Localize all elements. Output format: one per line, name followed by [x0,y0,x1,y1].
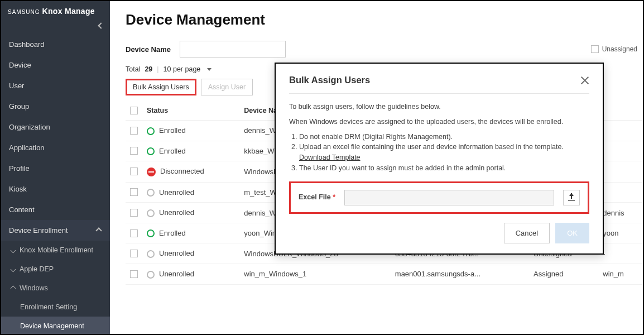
download-template-link[interactable]: Download Template [299,154,361,161]
status-icon [147,147,155,155]
bulk-assign-modal: Bulk Assign Users To bulk assign users, … [275,63,604,255]
upload-button[interactable] [563,190,580,205]
device-name-label: Device Name [126,45,171,54]
page-title: Device Management [126,11,643,28]
device-name-input[interactable] [180,41,286,58]
modal-title: Bulk Assign Users [289,75,370,85]
modal-step-1: Do not enable DRM (Digital Rights Manage… [299,132,589,142]
nav-group[interactable]: Group [1,96,110,117]
status-icon [147,271,155,279]
sidebar: SAMSUNGKnox Manage Dashboard Device User… [1,1,110,334]
cancel-button[interactable]: Cancel [504,223,550,244]
nav-device[interactable]: Device [1,55,110,75]
filter-bar: Device Name Unassigned [126,41,643,58]
status-icon [147,250,155,258]
nav-dashboard[interactable]: Dashboard [1,34,110,55]
chevron-down-icon [11,266,16,272]
nav-user[interactable]: User [1,75,110,96]
row-checkbox[interactable] [130,127,138,135]
status-icon [147,127,155,135]
select-all-checkbox[interactable] [130,107,138,114]
modal-step-2: Upload an excel file containing the user… [299,142,589,163]
table-row[interactable]: Unenrolledwin_m_Windows_1maen001.samsung… [126,264,643,284]
chevron-up-icon [11,285,16,291]
assign-user-button[interactable]: Assign User [201,79,253,95]
modal-step-3: The User ID you want to assign must be a… [299,163,589,174]
row-checkbox[interactable] [130,168,138,175]
row-checkbox[interactable] [130,209,138,217]
nav-apple-dep[interactable]: Apple DEP [1,260,110,279]
row-checkbox[interactable] [130,229,138,237]
status-icon [147,189,155,197]
chevron-down-icon [11,247,16,253]
chevron-down-icon [207,68,212,71]
unassigned-label: Unassigned [602,45,637,53]
chevron-up-icon [95,227,102,233]
nav-profile[interactable]: Profile [1,158,110,179]
status-icon [147,168,156,176]
row-checkbox[interactable] [130,270,138,278]
modal-lead-2: When Windows devices are assigned to the… [289,117,589,127]
nav-device-enrollment[interactable]: Device Enrollment [1,220,110,241]
nav-content[interactable]: Content [1,199,110,220]
status-icon [147,229,155,237]
nav-enrollment-setting[interactable]: Enrollment Setting [1,298,110,317]
nav-kme[interactable]: Knox Mobile Enrollment [1,241,110,260]
status-icon [147,209,155,217]
nav-device-management[interactable]: Device Management [1,317,110,335]
row-checkbox[interactable] [130,250,138,257]
ok-button[interactable]: OK [555,223,589,244]
brand-logo: SAMSUNGKnox Manage [1,1,110,19]
bulk-assign-users-button[interactable]: Bulk Assign Users [126,79,196,95]
chevron-left-icon [98,22,104,28]
excel-file-label: Excel File * [299,192,335,203]
nav-kiosk[interactable]: Kiosk [1,179,110,199]
excel-file-input[interactable] [344,190,554,205]
nav-organization[interactable]: Organization [1,117,110,137]
nav-application[interactable]: Application [1,137,110,158]
sidebar-collapse[interactable] [1,19,110,34]
excel-file-row: Excel File * [289,181,589,214]
upload-icon [568,194,575,201]
col-status[interactable]: Status [142,101,239,121]
row-checkbox[interactable] [130,188,138,196]
per-page-select[interactable]: 10 per page [164,65,201,73]
modal-lead-1: To bulk assign users, follow the guideli… [289,102,589,112]
unassigned-checkbox[interactable] [591,45,599,53]
row-checkbox[interactable] [130,147,138,155]
nav-windows[interactable]: Windows [1,279,110,298]
close-icon[interactable] [580,76,589,85]
